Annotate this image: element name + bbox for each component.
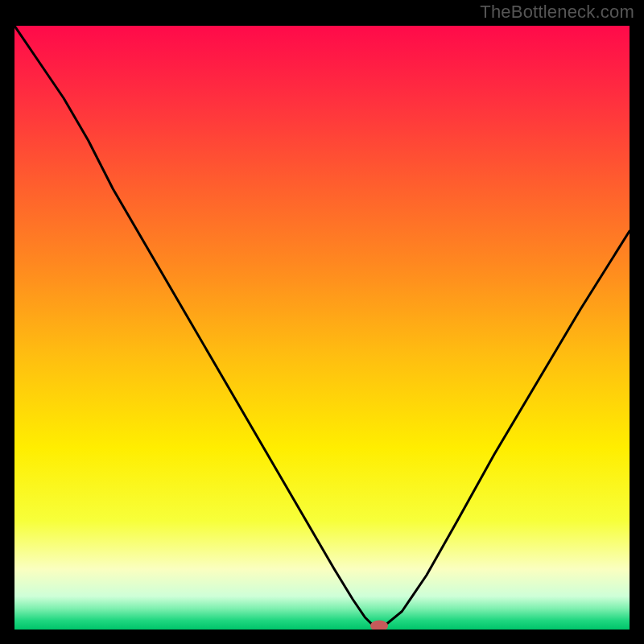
attribution-text: TheBottleneck.com bbox=[480, 2, 634, 23]
chart-svg bbox=[14, 26, 630, 630]
plot-background bbox=[14, 26, 630, 630]
chart-container: TheBottleneck.com bbox=[0, 0, 644, 644]
plot-area bbox=[14, 26, 630, 630]
